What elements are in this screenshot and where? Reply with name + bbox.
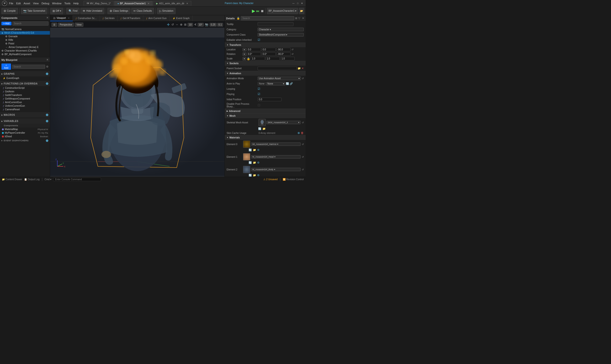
category-dropdown[interactable]: Character ▾ — [258, 28, 304, 31]
components-search-input[interactable] — [13, 22, 49, 26]
bp-camerareset[interactable]: ƒ CameraReset — [0, 108, 50, 111]
disable-post-value[interactable]: ☐ — [258, 104, 304, 107]
browse-button[interactable]: 📂 — [299, 8, 304, 14]
menu-file[interactable]: File — [9, 2, 13, 5]
mat1-refresh-icon[interactable]: 🔄 — [248, 161, 252, 164]
tree-item-rifle[interactable]: ⚙ Rifle — [0, 38, 50, 42]
details-grid-icon[interactable]: ⊞ — [295, 17, 297, 20]
bp-add-button[interactable]: + Add — [1, 64, 11, 70]
bp-search-input[interactable] — [12, 65, 45, 69]
category-value[interactable]: Character ▾ — [258, 28, 304, 31]
macros-section-header[interactable]: ▸ MACROS ⊕ — [0, 112, 50, 117]
details-close-icon[interactable]: ✕ — [302, 17, 304, 20]
scale-x-input[interactable] — [251, 57, 265, 60]
component-class-dropdown[interactable]: SkeletalMeshComponent ▾ — [258, 33, 304, 37]
initial-position-value[interactable] — [258, 98, 304, 101]
mat2-settings-icon[interactable]: ⚙ — [257, 174, 260, 177]
skin-cache-del-btn[interactable]: 🗑 — [301, 131, 304, 135]
menu-edit[interactable]: Edit — [16, 2, 21, 5]
tab-map[interactable]: 🗺 MV_Map_Demo_1* — [84, 1, 114, 6]
play-button[interactable]: ▶ — [252, 8, 255, 13]
tree-item-camera[interactable]: 📷 NormalCamera — [0, 27, 50, 31]
looping-value[interactable]: ☑ — [258, 87, 304, 91]
skm-browse-icon[interactable]: 📁 — [262, 127, 266, 130]
anim-tab-close[interactable]: ✕ — [186, 2, 188, 5]
rotation-reset-button[interactable]: ↺ — [292, 53, 293, 55]
scale-mode-dropdown[interactable]: ▾ — [243, 57, 246, 60]
scale-z-input[interactable] — [280, 57, 295, 60]
perspective-button[interactable]: Perspective — [58, 23, 74, 27]
mat1-settings-icon[interactable]: ⚙ — [257, 161, 260, 164]
parent-socket-clear-button[interactable]: ✕ — [301, 67, 304, 70]
menu-tools[interactable]: Tools — [64, 2, 70, 5]
tree-item-grenade[interactable]: ⚙ Grenade — [0, 35, 50, 38]
disable-post-checkbox[interactable]: ☐ — [258, 104, 260, 107]
content-drawer-button[interactable]: 📁 Content Drawer — [2, 178, 22, 181]
rotate-icon[interactable]: ↺ — [171, 22, 174, 27]
material-element0-reset-btn[interactable]: ↺ — [302, 143, 304, 146]
minimize-button[interactable]: — — [292, 2, 295, 5]
details-filter-icon[interactable]: ▽ — [298, 17, 300, 20]
angle-icon[interactable]: ∢ — [194, 22, 197, 27]
bp-armgun[interactable]: ƒ ArmCurrentGun — [0, 101, 50, 104]
animation-section-header[interactable]: ▼ Animation — [225, 71, 306, 76]
translate-icon[interactable]: ✛ — [166, 22, 170, 27]
scale-y-input[interactable] — [265, 57, 280, 60]
menu-debug[interactable]: Debug — [41, 2, 49, 5]
rotation-y-input[interactable] — [261, 52, 276, 56]
close-button[interactable]: ✕ — [300, 2, 304, 5]
revision-control-button[interactable]: 🔀 Revision Control — [283, 178, 304, 181]
rotation-z-input[interactable] — [276, 52, 291, 56]
hamburger-button[interactable]: ☰ — [52, 23, 57, 27]
rotation-x-input[interactable] — [247, 52, 261, 56]
material-element0-dropdown[interactable]: MI_AssassinGirl_HairInst ▾ — [251, 143, 301, 146]
menu-help[interactable]: Help — [73, 2, 79, 5]
mat1-browse-icon[interactable]: 📁 — [253, 161, 256, 164]
var-materialmap[interactable]: MaterialMap Physical M — [0, 128, 50, 131]
parent-socket-input[interactable] — [258, 66, 297, 70]
materials-section-header[interactable]: ▼ Materials — [225, 135, 306, 140]
mat0-refresh-icon[interactable]: 🔄 — [248, 148, 252, 152]
tree-item-mesh[interactable]: ◈ Mesh (CharacterMesh0) Edi — [0, 31, 50, 35]
viewport-area[interactable]: ☰ Perspective View ✛ ↺ ↔ ⊕ ⊞ 10 ∢ 10° 📷 … — [50, 22, 224, 177]
playing-checkbox[interactable]: ☑ — [258, 92, 260, 96]
components-add-button[interactable]: + Add — [1, 22, 12, 25]
functions-add-btn[interactable]: ⊕ — [46, 82, 49, 85]
tree-item-charmovement[interactable]: ⚙ Character Movement (CharMo — [0, 49, 50, 52]
component-class-value[interactable]: SkeletalMeshComponent ▾ — [258, 33, 304, 37]
view-button[interactable]: View — [75, 23, 83, 27]
editor-tabs[interactable]: 🗺 MV_Map_Demo_1* ● BP_AssassinCharacter1… — [84, 1, 191, 6]
mesh-section-header[interactable]: ▼ Mesh — [225, 113, 306, 118]
class-settings-button[interactable]: ⚙ Class Settings — [107, 8, 130, 14]
initial-position-input[interactable] — [258, 98, 282, 101]
screenshot-button[interactable]: 📷 Take Screenshot — [21, 8, 48, 14]
anim-link-icon[interactable]: 🔗 — [290, 82, 293, 85]
scale-lock-icon[interactable]: 🔒 — [247, 57, 250, 60]
menu-window[interactable]: Window — [52, 2, 61, 5]
details-lock-icon[interactable]: 🔒 — [237, 17, 240, 20]
bp-selector-dropdown[interactable]: BP_AssassinCharacter1 ▾ — [267, 8, 298, 14]
editable-checkbox[interactable]: ☑ — [258, 38, 260, 41]
anim-mode-dropdown[interactable]: Use Animation Asset▾ — [258, 77, 301, 80]
macros-add-btn[interactable]: ⊕ — [46, 113, 49, 117]
maximize-button[interactable]: □ — [296, 2, 299, 5]
tree-item-health[interactable]: ⚙ BP_MyHealthComponent — [0, 52, 50, 56]
mat0-browse-icon[interactable]: 📁 — [253, 148, 256, 152]
skin-cache-add-btn[interactable]: ⊕ — [298, 131, 300, 135]
snap-icon[interactable]: ⊞ — [184, 22, 187, 27]
bp-constructionscript[interactable]: ƒ ConstructionScript — [0, 86, 50, 90]
bp-unarmgun[interactable]: ƒ UnArmCurrentGun — [0, 104, 50, 108]
anim-none-dropdown[interactable]: None▾ — [266, 82, 285, 85]
graphs-section-header[interactable]: ▸ GRAPHS ⊕ — [0, 71, 50, 76]
tab-bp-assassin[interactable]: ● BP_AssassinCharacter1 ✕ — [114, 1, 153, 6]
cmd-dropdown[interactable]: Cmd ▾ — [45, 178, 52, 181]
tab-getik[interactable]: ƒ Get IKTransform — [118, 15, 143, 21]
scale-icon[interactable]: ↔ — [175, 22, 179, 27]
looping-checkbox[interactable]: ☑ — [258, 87, 260, 91]
tab-getanim[interactable]: ƒ Get Anim — [100, 15, 118, 21]
mat0-settings-icon[interactable]: ⚙ — [257, 148, 260, 152]
console-command-input[interactable] — [53, 178, 101, 181]
variables-section-header[interactable]: ▸ VARIABLES ⊕ — [0, 118, 50, 124]
material-element1-reset-btn[interactable]: ↺ — [302, 156, 304, 158]
menu-asset[interactable]: Asset — [24, 2, 30, 5]
